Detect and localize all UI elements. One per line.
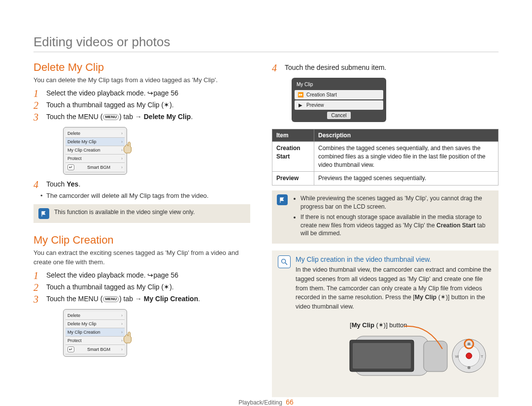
my-clip-icon: ✶: [164, 101, 169, 109]
svg-text:T: T: [481, 354, 483, 359]
step-number: 1: [33, 89, 41, 98]
step-3-text: Touch the MENU (MENU) tab → Delete My Cl…: [46, 112, 250, 122]
table-row: Creation Start Combines the tagged scene…: [272, 142, 499, 172]
magnifier-icon: [278, 255, 291, 268]
table-row: Preview Previews the tagged scenes seque…: [272, 172, 499, 186]
table-header-description: Description: [314, 129, 499, 142]
menu-item-my-clip-creation[interactable]: My Clip Creation›: [66, 146, 125, 155]
section-my-clip-creation-lead: You can extract the exciting scenes tagg…: [33, 249, 250, 266]
step-4-text: Touch Yes.: [46, 180, 250, 189]
step-number: 3: [33, 112, 41, 122]
step-4-substep: The camcorder will delete all My Clip ta…: [46, 191, 250, 200]
step-4r-text: Touch the desired submenu item.: [285, 63, 499, 73]
my-clip-icon: ✶: [440, 294, 446, 301]
play-icon: ▶: [298, 102, 303, 108]
menu-item-delete-my-clip[interactable]: Delete My Clip›: [66, 138, 125, 146]
submenu-title: My Clip: [295, 81, 383, 89]
menu-item-protect[interactable]: Protect›: [66, 155, 125, 163]
step-number: 1: [33, 271, 41, 281]
submenu-preview[interactable]: ▶Preview: [295, 100, 383, 110]
section-delete-my-clip-lead: You can delete the My Clip tags from a v…: [33, 76, 250, 85]
menu-item-smart-bgm[interactable]: ↵Smart BGM›: [66, 345, 125, 354]
my-clip-icon: ✶: [164, 283, 169, 291]
step-number: 4: [272, 63, 280, 73]
step-number: 2: [33, 282, 41, 292]
svg-point-11: [467, 343, 470, 345]
svg-line-3: [285, 263, 287, 265]
step-number: 2: [33, 100, 41, 110]
submenu-creation-start[interactable]: ⏩Creation Start: [295, 90, 383, 99]
info-box-thumbnail-view: My Clip creation in the video thumbnail …: [272, 250, 499, 397]
svg-rect-6: [353, 343, 411, 369]
note-icon: [277, 194, 288, 205]
tap-hand-icon: [119, 136, 138, 158]
step-2b-text: Touch a thumbnail tagged as My Clip (✶).: [46, 282, 250, 292]
table-header-item: Item: [272, 129, 314, 142]
chevron-right-icon: ›: [121, 131, 123, 136]
submenu-screenshot: My Clip ⏩Creation Start ▶Preview Cancel: [292, 78, 386, 122]
submenu-cancel-button[interactable]: Cancel: [327, 112, 350, 119]
section-my-clip-creation-title: My Clip Creation: [33, 234, 250, 247]
step-1b-text: Select the video playback mode. ↪page 56: [46, 271, 250, 281]
menu-item-smart-bgm[interactable]: ↵Smart BGM›: [66, 163, 125, 172]
step-number: 4: [33, 180, 41, 189]
my-clip-icon: ✶: [378, 321, 384, 329]
svg-rect-1: [280, 201, 280, 203]
tap-hand-icon: [119, 326, 138, 348]
menu-item-delete[interactable]: Delete›: [66, 129, 125, 138]
note-text: This function is available in the video …: [54, 208, 195, 217]
svg-point-12: [467, 366, 470, 369]
step-2-text: Touch a thumbnail tagged as My Clip (✶).: [46, 100, 250, 110]
svg-rect-0: [41, 215, 42, 217]
chevron-right-icon: ›: [121, 165, 123, 170]
info-box-title: My Clip creation in the video thumbnail …: [296, 255, 493, 263]
note-box: This function is available in the video …: [33, 204, 250, 223]
back-icon[interactable]: ↵: [67, 164, 74, 170]
menu-item-my-clip-creation[interactable]: My Clip Creation›: [66, 328, 125, 337]
menu-screenshot: Delete› Delete My Clip› My Clip Creation…: [63, 127, 127, 175]
leader-line: [404, 324, 453, 361]
menu-item-delete-my-clip[interactable]: Delete My Clip›: [66, 320, 125, 328]
back-icon[interactable]: ↵: [67, 346, 74, 352]
description-table: Item Description Creation Start Combines…: [272, 129, 499, 186]
svg-text:W: W: [455, 354, 459, 359]
page-footer: Playback/Editing 66: [33, 398, 499, 406]
note-icon: [38, 208, 49, 219]
menu-icon: MENU: [103, 114, 119, 120]
chevron-right-icon: ›: [121, 313, 123, 318]
svg-point-10: [466, 353, 472, 359]
fast-forward-icon: ⏩: [298, 92, 303, 97]
my-clip-button-caption: [My Clip (✶)] button: [350, 321, 407, 329]
svg-point-2: [282, 259, 286, 263]
menu-item-protect[interactable]: Protect›: [66, 337, 125, 345]
menu-item-delete[interactable]: Delete›: [66, 312, 125, 320]
step-3b-text: Touch the MENU (MENU) tab → My Clip Crea…: [46, 294, 250, 304]
chevron-right-icon: ›: [121, 321, 123, 326]
menu-screenshot-b: Delete› Delete My Clip› My Clip Creation…: [63, 309, 127, 357]
step-number: 3: [33, 294, 41, 304]
step-1-text: Select the video playback mode. ↪page 56: [46, 89, 250, 98]
page-title: Editing videos or photos: [33, 34, 499, 52]
note-box-right: While previewing the scenes tagged as 'M…: [272, 190, 499, 244]
section-delete-my-clip-title: Delete My Clip: [33, 61, 250, 74]
menu-icon: MENU: [103, 296, 119, 302]
note-text-right: While previewing the scenes tagged as 'M…: [293, 194, 494, 240]
info-box-body: In the video thumbnail view, the camcord…: [296, 265, 493, 312]
